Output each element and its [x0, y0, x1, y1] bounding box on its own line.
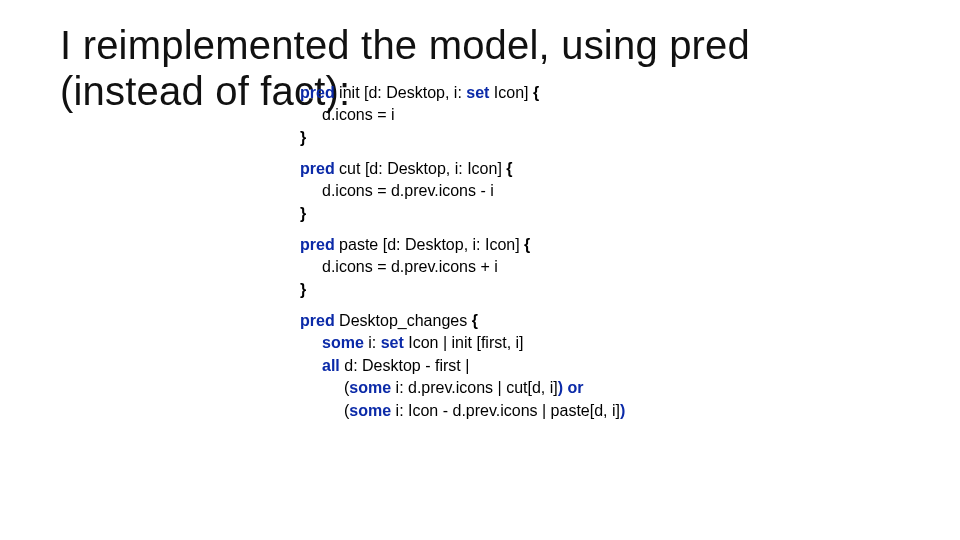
- brace-close: }: [300, 281, 306, 298]
- keyword-or: or: [568, 379, 584, 396]
- keyword-some: some: [349, 402, 391, 419]
- sig-part: [d: Desktop, i:: [364, 84, 466, 101]
- blank-line: [300, 225, 625, 234]
- code-line: (some i: Icon - d.prev.icons | paste[d, …: [300, 400, 625, 422]
- code-body: d.icons = d.prev.icons - i: [322, 182, 494, 199]
- code-line: }: [300, 127, 625, 149]
- keyword-pred: pred: [300, 236, 335, 253]
- keyword-all: all: [322, 357, 340, 374]
- brace-open: {: [524, 236, 530, 253]
- frag: i: Icon - d.prev.icons | paste[d, i]: [391, 402, 620, 419]
- pred-name: init: [335, 84, 364, 101]
- code-line: d.icons = d.prev.icons - i: [300, 180, 625, 202]
- code-line: pred Desktop_changes {: [300, 310, 625, 332]
- pred-name: cut: [335, 160, 365, 177]
- frag: i:: [364, 334, 381, 351]
- code-line: all d: Desktop - first |: [300, 355, 625, 377]
- brace-close: }: [300, 129, 306, 146]
- slide: I reimplemented the model, using pred (i…: [0, 0, 960, 540]
- code-line: pred cut [d: Desktop, i: Icon] {: [300, 158, 625, 180]
- code-line: }: [300, 203, 625, 225]
- code-line: }: [300, 279, 625, 301]
- code-body: d.icons = d.prev.icons + i: [322, 258, 498, 275]
- keyword-pred: pred: [300, 84, 335, 101]
- sig-tail: Icon]: [489, 84, 533, 101]
- code-line: d.icons = d.prev.icons + i: [300, 256, 625, 278]
- code-line: d.icons = i: [300, 104, 625, 126]
- brace-open: {: [533, 84, 539, 101]
- brace-open: {: [506, 160, 512, 177]
- keyword-some: some: [322, 334, 364, 351]
- frag: d: Desktop - first |: [340, 357, 470, 374]
- frag: i: d.prev.icons | cut[d, i]: [391, 379, 558, 396]
- blank-line: [300, 149, 625, 158]
- pred-name: Desktop_changes: [335, 312, 472, 329]
- code-line: some i: set Icon | init [first, i]: [300, 332, 625, 354]
- keyword-set: set: [466, 84, 489, 101]
- code-line: pred init [d: Desktop, i: set Icon] {: [300, 82, 625, 104]
- code-line: (some i: d.prev.icons | cut[d, i]) or: [300, 377, 625, 399]
- title-line-1: I reimplemented the model, using pred: [60, 23, 750, 67]
- keyword-pred: pred: [300, 312, 335, 329]
- brace-close: }: [300, 205, 306, 222]
- pred-name: paste: [335, 236, 383, 253]
- code-body: d.icons = i: [322, 106, 394, 123]
- brace-open: {: [472, 312, 478, 329]
- blank-line: [300, 301, 625, 310]
- paren-kw: ): [620, 402, 625, 419]
- keyword-some: some: [349, 379, 391, 396]
- code-line: pred paste [d: Desktop, i: Icon] {: [300, 234, 625, 256]
- keyword-pred: pred: [300, 160, 335, 177]
- sig-part: [d: Desktop, i: Icon]: [365, 160, 506, 177]
- frag: Icon | init [first, i]: [404, 334, 524, 351]
- keyword-set: set: [381, 334, 404, 351]
- code-block: pred init [d: Desktop, i: set Icon] { d.…: [300, 82, 625, 422]
- sig-part: [d: Desktop, i: Icon]: [383, 236, 524, 253]
